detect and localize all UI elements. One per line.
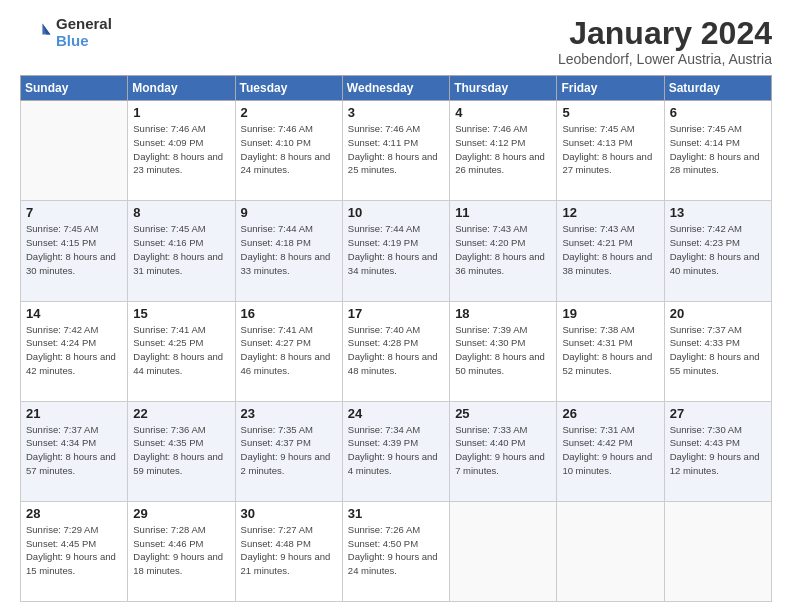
col-thursday: Thursday xyxy=(450,76,557,101)
calendar-week-row-2: 7Sunrise: 7:45 AMSunset: 4:15 PMDaylight… xyxy=(21,201,772,301)
calendar-day-cell: 30Sunrise: 7:27 AMSunset: 4:48 PMDayligh… xyxy=(235,501,342,601)
calendar-day-cell: 9Sunrise: 7:44 AMSunset: 4:18 PMDaylight… xyxy=(235,201,342,301)
title-block: January 2024 Leobendorf, Lower Austria, … xyxy=(558,16,772,67)
day-number: 8 xyxy=(133,205,229,220)
calendar-day-cell: 28Sunrise: 7:29 AMSunset: 4:45 PMDayligh… xyxy=(21,501,128,601)
calendar-day-cell: 23Sunrise: 7:35 AMSunset: 4:37 PMDayligh… xyxy=(235,401,342,501)
day-number: 26 xyxy=(562,406,658,421)
calendar-day-cell: 8Sunrise: 7:45 AMSunset: 4:16 PMDaylight… xyxy=(128,201,235,301)
day-number: 25 xyxy=(455,406,551,421)
day-info: Sunrise: 7:29 AMSunset: 4:45 PMDaylight:… xyxy=(26,523,122,578)
header: General Blue January 2024 Leobendorf, Lo… xyxy=(20,16,772,67)
calendar-day-cell: 5Sunrise: 7:45 AMSunset: 4:13 PMDaylight… xyxy=(557,101,664,201)
col-sunday: Sunday xyxy=(21,76,128,101)
calendar-day-cell: 18Sunrise: 7:39 AMSunset: 4:30 PMDayligh… xyxy=(450,301,557,401)
day-info: Sunrise: 7:36 AMSunset: 4:35 PMDaylight:… xyxy=(133,423,229,478)
day-info: Sunrise: 7:38 AMSunset: 4:31 PMDaylight:… xyxy=(562,323,658,378)
calendar-day-cell: 22Sunrise: 7:36 AMSunset: 4:35 PMDayligh… xyxy=(128,401,235,501)
day-number: 20 xyxy=(670,306,766,321)
day-number: 3 xyxy=(348,105,444,120)
day-info: Sunrise: 7:43 AMSunset: 4:21 PMDaylight:… xyxy=(562,222,658,277)
day-number: 30 xyxy=(241,506,337,521)
col-saturday: Saturday xyxy=(664,76,771,101)
day-info: Sunrise: 7:45 AMSunset: 4:13 PMDaylight:… xyxy=(562,122,658,177)
day-number: 23 xyxy=(241,406,337,421)
calendar-day-cell: 29Sunrise: 7:28 AMSunset: 4:46 PMDayligh… xyxy=(128,501,235,601)
col-wednesday: Wednesday xyxy=(342,76,449,101)
day-info: Sunrise: 7:42 AMSunset: 4:24 PMDaylight:… xyxy=(26,323,122,378)
calendar-week-row-3: 14Sunrise: 7:42 AMSunset: 4:24 PMDayligh… xyxy=(21,301,772,401)
calendar-day-cell: 14Sunrise: 7:42 AMSunset: 4:24 PMDayligh… xyxy=(21,301,128,401)
calendar-day-cell: 12Sunrise: 7:43 AMSunset: 4:21 PMDayligh… xyxy=(557,201,664,301)
day-number: 1 xyxy=(133,105,229,120)
day-info: Sunrise: 7:46 AMSunset: 4:09 PMDaylight:… xyxy=(133,122,229,177)
calendar-day-cell: 21Sunrise: 7:37 AMSunset: 4:34 PMDayligh… xyxy=(21,401,128,501)
day-number: 4 xyxy=(455,105,551,120)
day-number: 16 xyxy=(241,306,337,321)
day-info: Sunrise: 7:40 AMSunset: 4:28 PMDaylight:… xyxy=(348,323,444,378)
calendar-day-cell: 31Sunrise: 7:26 AMSunset: 4:50 PMDayligh… xyxy=(342,501,449,601)
calendar-header-row: Sunday Monday Tuesday Wednesday Thursday… xyxy=(21,76,772,101)
day-number: 31 xyxy=(348,506,444,521)
calendar-day-cell xyxy=(664,501,771,601)
calendar-day-cell xyxy=(21,101,128,201)
day-number: 29 xyxy=(133,506,229,521)
day-number: 12 xyxy=(562,205,658,220)
day-info: Sunrise: 7:43 AMSunset: 4:20 PMDaylight:… xyxy=(455,222,551,277)
day-info: Sunrise: 7:34 AMSunset: 4:39 PMDaylight:… xyxy=(348,423,444,478)
calendar-day-cell: 2Sunrise: 7:46 AMSunset: 4:10 PMDaylight… xyxy=(235,101,342,201)
day-info: Sunrise: 7:44 AMSunset: 4:18 PMDaylight:… xyxy=(241,222,337,277)
location: Leobendorf, Lower Austria, Austria xyxy=(558,51,772,67)
day-info: Sunrise: 7:27 AMSunset: 4:48 PMDaylight:… xyxy=(241,523,337,578)
calendar-day-cell: 13Sunrise: 7:42 AMSunset: 4:23 PMDayligh… xyxy=(664,201,771,301)
day-info: Sunrise: 7:37 AMSunset: 4:34 PMDaylight:… xyxy=(26,423,122,478)
calendar-day-cell: 19Sunrise: 7:38 AMSunset: 4:31 PMDayligh… xyxy=(557,301,664,401)
day-number: 11 xyxy=(455,205,551,220)
day-info: Sunrise: 7:41 AMSunset: 4:25 PMDaylight:… xyxy=(133,323,229,378)
calendar-week-row-5: 28Sunrise: 7:29 AMSunset: 4:45 PMDayligh… xyxy=(21,501,772,601)
col-tuesday: Tuesday xyxy=(235,76,342,101)
calendar-day-cell: 26Sunrise: 7:31 AMSunset: 4:42 PMDayligh… xyxy=(557,401,664,501)
calendar-day-cell: 4Sunrise: 7:46 AMSunset: 4:12 PMDaylight… xyxy=(450,101,557,201)
calendar-week-row-4: 21Sunrise: 7:37 AMSunset: 4:34 PMDayligh… xyxy=(21,401,772,501)
logo: General Blue xyxy=(20,16,112,49)
day-info: Sunrise: 7:28 AMSunset: 4:46 PMDaylight:… xyxy=(133,523,229,578)
day-number: 17 xyxy=(348,306,444,321)
day-number: 9 xyxy=(241,205,337,220)
day-number: 5 xyxy=(562,105,658,120)
day-number: 18 xyxy=(455,306,551,321)
day-number: 14 xyxy=(26,306,122,321)
day-info: Sunrise: 7:46 AMSunset: 4:12 PMDaylight:… xyxy=(455,122,551,177)
calendar-week-row-1: 1Sunrise: 7:46 AMSunset: 4:09 PMDaylight… xyxy=(21,101,772,201)
calendar-day-cell: 11Sunrise: 7:43 AMSunset: 4:20 PMDayligh… xyxy=(450,201,557,301)
calendar-day-cell: 24Sunrise: 7:34 AMSunset: 4:39 PMDayligh… xyxy=(342,401,449,501)
day-info: Sunrise: 7:33 AMSunset: 4:40 PMDaylight:… xyxy=(455,423,551,478)
calendar-day-cell: 7Sunrise: 7:45 AMSunset: 4:15 PMDaylight… xyxy=(21,201,128,301)
logo-blue-text: Blue xyxy=(56,33,112,50)
logo-general-text: General xyxy=(56,16,112,33)
day-info: Sunrise: 7:41 AMSunset: 4:27 PMDaylight:… xyxy=(241,323,337,378)
day-info: Sunrise: 7:30 AMSunset: 4:43 PMDaylight:… xyxy=(670,423,766,478)
day-number: 13 xyxy=(670,205,766,220)
calendar-day-cell: 25Sunrise: 7:33 AMSunset: 4:40 PMDayligh… xyxy=(450,401,557,501)
day-info: Sunrise: 7:26 AMSunset: 4:50 PMDaylight:… xyxy=(348,523,444,578)
calendar-day-cell xyxy=(557,501,664,601)
day-number: 2 xyxy=(241,105,337,120)
day-info: Sunrise: 7:45 AMSunset: 4:15 PMDaylight:… xyxy=(26,222,122,277)
day-info: Sunrise: 7:37 AMSunset: 4:33 PMDaylight:… xyxy=(670,323,766,378)
calendar-day-cell: 1Sunrise: 7:46 AMSunset: 4:09 PMDaylight… xyxy=(128,101,235,201)
day-number: 22 xyxy=(133,406,229,421)
day-info: Sunrise: 7:44 AMSunset: 4:19 PMDaylight:… xyxy=(348,222,444,277)
day-info: Sunrise: 7:42 AMSunset: 4:23 PMDaylight:… xyxy=(670,222,766,277)
day-info: Sunrise: 7:39 AMSunset: 4:30 PMDaylight:… xyxy=(455,323,551,378)
calendar-day-cell: 17Sunrise: 7:40 AMSunset: 4:28 PMDayligh… xyxy=(342,301,449,401)
calendar-day-cell: 27Sunrise: 7:30 AMSunset: 4:43 PMDayligh… xyxy=(664,401,771,501)
day-number: 21 xyxy=(26,406,122,421)
calendar-day-cell: 6Sunrise: 7:45 AMSunset: 4:14 PMDaylight… xyxy=(664,101,771,201)
col-monday: Monday xyxy=(128,76,235,101)
day-info: Sunrise: 7:35 AMSunset: 4:37 PMDaylight:… xyxy=(241,423,337,478)
calendar-day-cell: 16Sunrise: 7:41 AMSunset: 4:27 PMDayligh… xyxy=(235,301,342,401)
day-number: 19 xyxy=(562,306,658,321)
month-title: January 2024 xyxy=(558,16,772,51)
day-info: Sunrise: 7:46 AMSunset: 4:10 PMDaylight:… xyxy=(241,122,337,177)
